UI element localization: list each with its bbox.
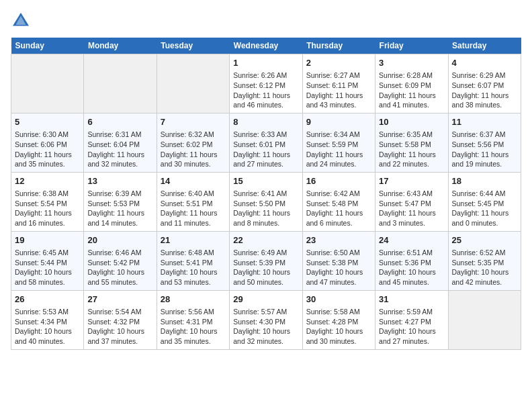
day-number: 22 [233, 234, 298, 246]
day-info: Sunset: 5:38 PM [306, 258, 371, 268]
day-info: Sunrise: 6:33 AM [233, 130, 298, 140]
calendar-cell: 21Sunrise: 6:48 AMSunset: 5:41 PMDayligh… [157, 231, 229, 290]
calendar-cell: 2Sunrise: 6:27 AMSunset: 6:11 PMDaylight… [302, 54, 375, 113]
day-info: Daylight: 11 hours and 14 minutes. [87, 208, 152, 228]
calendar-cell: 31Sunrise: 5:59 AMSunset: 4:27 PMDayligh… [375, 290, 448, 349]
day-info: Sunset: 4:32 PM [87, 317, 152, 327]
day-info: Daylight: 11 hours and 22 minutes. [379, 150, 444, 169]
day-info: Sunrise: 5:57 AM [233, 307, 298, 317]
day-number: 7 [161, 116, 226, 128]
day-info: Sunrise: 6:27 AM [306, 71, 371, 81]
day-info: Sunset: 4:31 PM [161, 317, 226, 327]
day-number: 17 [379, 175, 444, 187]
day-number: 19 [15, 234, 80, 246]
calendar-cell: 22Sunrise: 6:49 AMSunset: 5:39 PMDayligh… [230, 231, 302, 290]
day-info: Daylight: 10 hours and 37 minutes. [87, 326, 152, 346]
calendar-cell: 28Sunrise: 5:56 AMSunset: 4:31 PMDayligh… [157, 290, 229, 349]
day-info: Sunset: 5:45 PM [452, 199, 517, 209]
day-number: 18 [452, 175, 517, 187]
day-number: 24 [379, 234, 444, 246]
day-info: Sunrise: 6:39 AM [87, 189, 152, 199]
day-number: 5 [15, 116, 80, 128]
calendar-cell: 29Sunrise: 5:57 AMSunset: 4:30 PMDayligh… [230, 290, 302, 349]
calendar-cell: 13Sunrise: 6:39 AMSunset: 5:53 PMDayligh… [84, 172, 157, 231]
day-info: Daylight: 10 hours and 42 minutes. [452, 267, 517, 287]
col-header-wednesday: Wednesday [230, 38, 302, 54]
calendar-cell: 24Sunrise: 6:51 AMSunset: 5:36 PMDayligh… [375, 231, 448, 290]
day-info: Sunrise: 5:59 AM [379, 307, 444, 317]
day-info: Sunrise: 6:41 AM [233, 189, 298, 199]
day-info: Daylight: 11 hours and 0 minutes. [452, 208, 517, 228]
day-info: Sunrise: 6:38 AM [15, 189, 80, 199]
day-info: Daylight: 11 hours and 3 minutes. [379, 208, 444, 228]
calendar-cell: 27Sunrise: 5:54 AMSunset: 4:32 PMDayligh… [84, 290, 157, 349]
day-info: Sunset: 6:06 PM [15, 140, 80, 150]
day-info: Sunrise: 6:40 AM [161, 189, 226, 199]
day-info: Daylight: 10 hours and 45 minutes. [379, 267, 444, 287]
day-info: Daylight: 11 hours and 8 minutes. [233, 208, 298, 228]
day-info: Daylight: 11 hours and 16 minutes. [15, 208, 80, 228]
day-number: 25 [452, 234, 517, 246]
day-info: Sunset: 5:35 PM [452, 258, 517, 268]
day-info: Daylight: 10 hours and 47 minutes. [306, 267, 371, 287]
day-info: Sunrise: 6:32 AM [161, 130, 226, 140]
day-info: Daylight: 11 hours and 32 minutes. [87, 150, 152, 169]
day-number: 4 [452, 57, 517, 69]
day-info: Sunset: 5:51 PM [161, 199, 226, 209]
col-header-sunday: Sunday [11, 38, 84, 54]
col-header-friday: Friday [375, 38, 448, 54]
day-info: Sunrise: 5:53 AM [15, 307, 80, 317]
day-info: Sunset: 5:36 PM [379, 258, 444, 268]
day-number: 30 [306, 293, 371, 306]
calendar-cell [84, 54, 157, 113]
day-info: Sunrise: 5:58 AM [306, 307, 371, 317]
day-info: Sunrise: 6:29 AM [452, 71, 517, 81]
day-info: Sunset: 6:09 PM [379, 81, 444, 91]
day-info: Sunset: 5:39 PM [233, 258, 298, 268]
calendar-cell: 30Sunrise: 5:58 AMSunset: 4:28 PMDayligh… [302, 290, 375, 349]
day-info: Sunrise: 6:43 AM [379, 189, 444, 199]
week-row-5: 26Sunrise: 5:53 AMSunset: 4:34 PMDayligh… [11, 290, 521, 349]
calendar-cell: 1Sunrise: 6:26 AMSunset: 6:12 PMDaylight… [230, 54, 302, 113]
calendar-cell: 16Sunrise: 6:42 AMSunset: 5:48 PMDayligh… [302, 172, 375, 231]
calendar-table: SundayMondayTuesdayWednesdayThursdayFrid… [11, 38, 521, 350]
week-row-4: 19Sunrise: 6:45 AMSunset: 5:44 PMDayligh… [11, 231, 521, 290]
calendar-cell: 15Sunrise: 6:41 AMSunset: 5:50 PMDayligh… [230, 172, 302, 231]
day-info: Sunset: 6:04 PM [87, 140, 152, 150]
day-info: Sunrise: 6:52 AM [452, 248, 517, 258]
day-info: Sunrise: 6:44 AM [452, 189, 517, 199]
calendar-cell [157, 54, 229, 113]
day-info: Sunrise: 6:37 AM [452, 130, 517, 140]
week-row-3: 12Sunrise: 6:38 AMSunset: 5:54 PMDayligh… [11, 172, 521, 231]
day-number: 15 [233, 175, 298, 187]
day-info: Sunset: 5:42 PM [87, 258, 152, 268]
day-info: Sunset: 6:02 PM [161, 140, 226, 150]
day-info: Sunrise: 6:26 AM [233, 71, 298, 81]
day-info: Daylight: 11 hours and 41 minutes. [379, 91, 444, 110]
page-header [11, 11, 521, 31]
day-number: 29 [233, 293, 298, 306]
day-info: Sunrise: 6:34 AM [306, 130, 371, 140]
day-number: 31 [379, 293, 444, 306]
calendar-cell: 10Sunrise: 6:35 AMSunset: 5:58 PMDayligh… [375, 113, 448, 172]
day-number: 13 [87, 175, 152, 187]
calendar-cell: 18Sunrise: 6:44 AMSunset: 5:45 PMDayligh… [448, 172, 521, 231]
day-info: Sunset: 4:34 PM [15, 317, 80, 327]
day-info: Sunset: 5:53 PM [87, 199, 152, 209]
day-info: Daylight: 10 hours and 40 minutes. [15, 326, 80, 346]
col-header-tuesday: Tuesday [157, 38, 229, 54]
col-header-saturday: Saturday [448, 38, 521, 54]
day-info: Sunset: 5:59 PM [306, 140, 371, 150]
day-info: Sunset: 6:07 PM [452, 81, 517, 91]
day-info: Sunrise: 6:28 AM [379, 71, 444, 81]
day-info: Daylight: 10 hours and 50 minutes. [233, 267, 298, 287]
day-info: Sunrise: 6:48 AM [161, 248, 226, 258]
header-row: SundayMondayTuesdayWednesdayThursdayFrid… [11, 38, 521, 54]
calendar-cell: 9Sunrise: 6:34 AMSunset: 5:59 PMDaylight… [302, 113, 375, 172]
day-number: 3 [379, 57, 444, 69]
calendar-cell: 17Sunrise: 6:43 AMSunset: 5:47 PMDayligh… [375, 172, 448, 231]
day-info: Sunset: 5:44 PM [15, 258, 80, 268]
week-row-2: 5Sunrise: 6:30 AMSunset: 6:06 PMDaylight… [11, 113, 521, 172]
calendar-cell: 20Sunrise: 6:46 AMSunset: 5:42 PMDayligh… [84, 231, 157, 290]
day-info: Sunset: 4:27 PM [379, 317, 444, 327]
